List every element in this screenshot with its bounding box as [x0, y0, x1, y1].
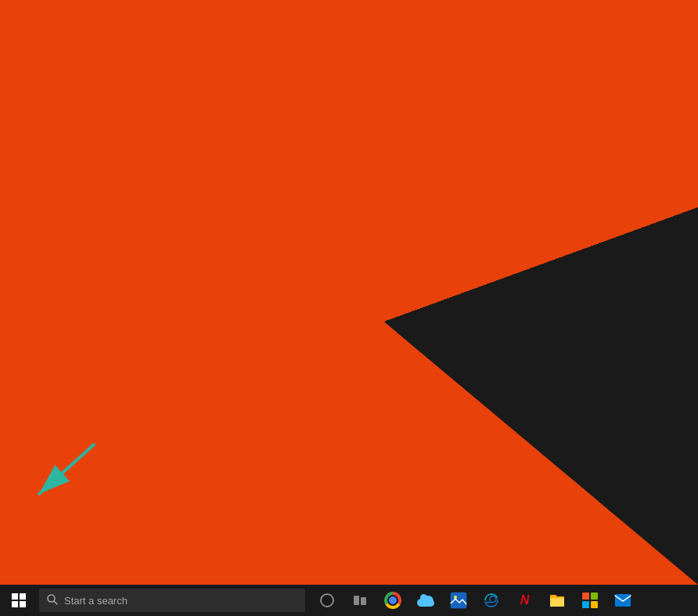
gallery-icon [450, 592, 467, 609]
taskbar-icons-group: N [311, 585, 698, 616]
onedrive-icon [416, 593, 435, 607]
search-icon [47, 594, 58, 607]
edge-button[interactable] [476, 585, 507, 616]
mail-icon [614, 593, 631, 607]
wallpaper-shape [0, 0, 698, 585]
chrome-button[interactable] [377, 585, 408, 616]
svg-rect-10 [615, 594, 631, 607]
file-explorer-button[interactable] [541, 585, 573, 616]
microsoft-store-icon [581, 592, 599, 609]
microsoft-store-button[interactable] [574, 585, 606, 616]
cortana-icon [320, 593, 334, 607]
search-bar[interactable]: Start a search [39, 589, 305, 612]
file-explorer-icon [549, 593, 566, 608]
desktop [0, 0, 698, 585]
svg-rect-7 [591, 593, 598, 600]
windows-logo-icon [12, 593, 26, 607]
edge-icon [483, 592, 500, 609]
svg-rect-6 [582, 593, 589, 600]
svg-rect-9 [591, 601, 598, 608]
svg-line-3 [54, 601, 57, 604]
onedrive-button[interactable] [410, 585, 441, 616]
netflix-button[interactable]: N [509, 585, 540, 616]
cortana-button[interactable] [311, 585, 343, 616]
svg-line-1 [39, 445, 94, 494]
task-view-icon [354, 596, 366, 605]
chrome-icon [384, 592, 401, 609]
mail-button[interactable] [607, 585, 639, 616]
search-placeholder-text: Start a search [64, 595, 128, 607]
svg-rect-8 [582, 601, 589, 608]
annotation-arrow [23, 441, 102, 506]
taskbar: Start a search [0, 585, 698, 616]
start-button[interactable] [0, 585, 38, 616]
netflix-icon: N [520, 593, 529, 607]
task-view-button[interactable] [344, 585, 376, 616]
gallery-button[interactable] [443, 585, 474, 616]
